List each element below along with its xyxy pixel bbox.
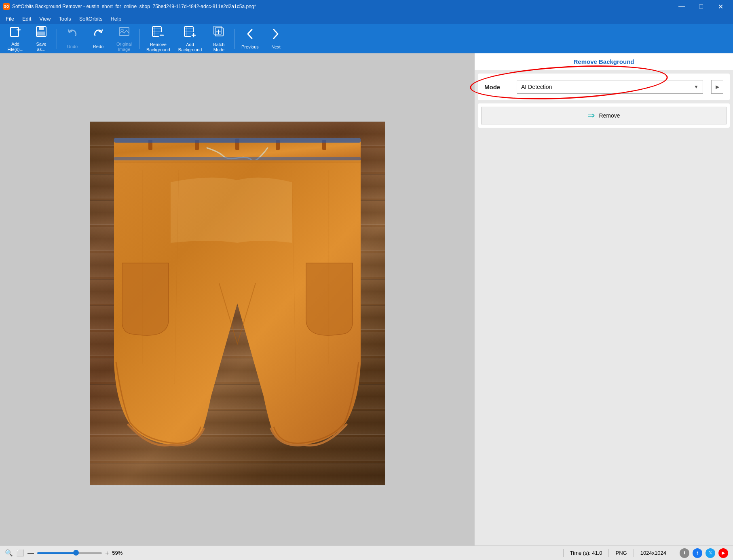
- add-files-button[interactable]: Add File(s)...: [3, 26, 27, 52]
- save-as-button[interactable]: Save as...: [29, 26, 53, 52]
- facebook-icon[interactable]: f: [693, 548, 702, 558]
- close-button[interactable]: ✕: [711, 0, 730, 13]
- remove-button-label: Remove: [599, 112, 620, 119]
- menu-file[interactable]: File: [2, 14, 18, 23]
- add-background-button[interactable]: Add Background: [175, 26, 205, 52]
- app-icon: SO: [3, 3, 10, 10]
- next-icon: [269, 27, 283, 43]
- next-button[interactable]: Next: [264, 26, 288, 52]
- info-social-icon[interactable]: ℹ: [680, 548, 689, 558]
- previous-label: Previous: [241, 44, 259, 50]
- svg-rect-30: [114, 138, 361, 143]
- mode-extra-button[interactable]: ▶: [711, 80, 723, 94]
- next-label: Next: [271, 44, 281, 50]
- original-image-icon: [118, 25, 131, 40]
- batch-mode-button[interactable]: Batch Mode: [207, 26, 231, 52]
- mode-extra-icon: ▶: [716, 84, 719, 90]
- shorts-svg: [90, 122, 385, 485]
- title-bar: SO SoftOrbits Background Remover - eusti…: [0, 0, 733, 13]
- previous-button[interactable]: Previous: [238, 26, 262, 52]
- add-background-label: Add Background: [178, 42, 202, 53]
- main-area: Remove Background Mode AI Detection ▼ ▶ …: [0, 53, 733, 545]
- toolbar-separator-1: [57, 29, 57, 49]
- undo-button[interactable]: Undo: [60, 26, 84, 52]
- remove-background-button[interactable]: Remove Background: [143, 26, 173, 52]
- zoom-slider[interactable]: [37, 552, 102, 554]
- status-bar: 🔍 ⬜ — + 59% Time (s): 41.0 PNG 1024x1024…: [0, 545, 733, 560]
- status-right: ℹ f 𝕏 ▶: [680, 548, 728, 558]
- batch-mode-label: Batch Mode: [213, 42, 224, 53]
- title-bar-left: SO SoftOrbits Background Remover - eusti…: [3, 3, 256, 10]
- undo-label: Undo: [67, 44, 78, 49]
- mode-dropdown-arrow-icon: ▼: [694, 84, 699, 90]
- add-files-icon: [9, 25, 22, 40]
- mode-dropdown-value: AI Detection: [521, 84, 552, 90]
- zoom-fill: [37, 552, 76, 554]
- add-files-label: Add File(s)...: [7, 42, 23, 52]
- minimize-button[interactable]: —: [672, 0, 691, 13]
- svg-rect-0: [11, 27, 19, 36]
- format-label: PNG: [615, 550, 627, 556]
- zoom-label: 59%: [112, 550, 126, 556]
- zoom-minus[interactable]: —: [27, 549, 34, 557]
- youtube-icon[interactable]: ▶: [718, 548, 728, 558]
- title-bar-controls: — □ ✕: [672, 0, 730, 13]
- menu-bar: File Edit View Tools SoftOrbits Help: [0, 13, 733, 24]
- mode-dropdown[interactable]: AI Detection ▼: [517, 80, 703, 94]
- window-title: SoftOrbits Background Remover - eustin_s…: [12, 4, 256, 9]
- status-left: 🔍 ⬜ — + 59%: [5, 549, 557, 557]
- undo-icon: [66, 27, 79, 42]
- mode-label: Mode: [484, 84, 509, 91]
- time-label: Time (s): 41.0: [570, 550, 602, 556]
- redo-button[interactable]: Redo: [86, 26, 110, 52]
- twitter-icon[interactable]: 𝕏: [706, 548, 715, 558]
- crop-icon[interactable]: ⬜: [16, 549, 24, 557]
- info-icon[interactable]: 🔍: [5, 549, 13, 557]
- menu-edit[interactable]: Edit: [18, 14, 35, 23]
- svg-rect-4: [39, 27, 44, 30]
- menu-help[interactable]: Help: [106, 14, 125, 23]
- original-image-label: Original Image: [116, 42, 132, 52]
- menu-view[interactable]: View: [35, 14, 55, 23]
- remove-button-section: ⇒ Remove: [478, 103, 730, 128]
- menu-tools[interactable]: Tools: [55, 14, 75, 23]
- right-panel: Remove Background Mode AI Detection ▼ ▶ …: [474, 53, 733, 545]
- divider-1: [563, 549, 564, 557]
- right-panel-header: Remove Background: [475, 53, 733, 70]
- batch-mode-icon: [212, 25, 226, 40]
- svg-rect-5: [37, 32, 45, 36]
- remove-button[interactable]: ⇒ Remove: [481, 107, 727, 124]
- mode-section: Mode AI Detection ▼ ▶: [478, 74, 730, 100]
- previous-icon: [243, 27, 257, 43]
- redo-icon: [92, 27, 105, 42]
- remove-background-label: Remove Background: [146, 42, 170, 53]
- toolbar-separator-3: [234, 29, 234, 49]
- remove-arrow-icon: ⇒: [587, 110, 595, 121]
- status-center: Time (s): 41.0: [570, 550, 602, 556]
- zoom-plus[interactable]: +: [105, 549, 109, 557]
- maximize-button[interactable]: □: [692, 0, 710, 13]
- resolution-label: 1024x1024: [640, 550, 666, 556]
- divider-3: [634, 549, 634, 557]
- save-as-icon: [35, 25, 48, 40]
- remove-background-icon: [151, 25, 165, 40]
- original-image-button[interactable]: Original Image: [112, 26, 136, 52]
- toolbar: Add File(s)... Save as... Undo: [0, 24, 733, 53]
- svg-rect-31: [114, 157, 361, 160]
- image-canvas: [90, 122, 385, 485]
- menu-softorbits[interactable]: SoftOrbits: [75, 14, 107, 23]
- canvas-area[interactable]: [0, 53, 474, 545]
- save-as-label: Save as...: [36, 42, 46, 52]
- toolbar-separator-2: [139, 29, 140, 49]
- svg-point-7: [121, 29, 123, 32]
- zoom-thumb: [73, 550, 79, 556]
- divider-4: [673, 549, 673, 557]
- redo-label: Redo: [93, 44, 104, 49]
- divider-2: [608, 549, 609, 557]
- add-background-icon: [183, 25, 197, 40]
